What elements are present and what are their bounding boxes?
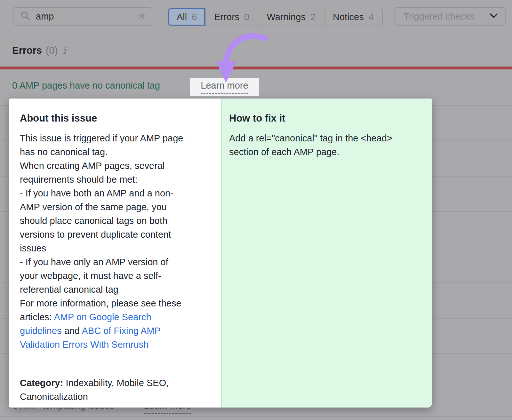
learn-more-label: Learn more [201,80,248,94]
errors-section-bar [0,67,512,69]
dropdown-label: Triggered checks [404,11,474,22]
tab-errors[interactable]: Errors 0 [206,8,258,26]
tab-all[interactable]: All 6 [168,8,206,26]
how-to-fix-panel: How to fix it Add a rel="canonical" tag … [221,99,432,408]
table-row-divider [0,416,512,417]
issue-filter-tabs: All 6 Errors 0 Warnings 2 Notices 4 [168,8,383,26]
section-count: (0) [46,45,58,56]
triggered-checks-dropdown[interactable]: Triggered checks [395,7,506,26]
about-panel: About this issue This issue is triggered… [9,99,221,408]
section-title: Errors [12,45,42,56]
chevron-down-icon [490,13,498,20]
tab-count: 0 [244,12,249,22]
about-heading: About this issue [20,113,214,124]
tab-notices[interactable]: Notices 4 [324,8,382,26]
site-audit-screen: amp ✕ All 6 Errors 0 Warnings 2 Notices … [0,0,512,420]
issue-category: Category: Indexability, Mobile SEO, Cano… [20,362,214,404]
search-icon [20,11,30,22]
errors-section-header: Errors (0) i [12,45,66,56]
tab-label: Warnings [267,12,305,22]
fix-heading: How to fix it [229,113,424,124]
tab-warnings[interactable]: Warnings 2 [258,8,324,26]
tab-count: 2 [310,12,316,22]
fix-body: Add a rel="canonical" tag in the <head> … [229,131,424,159]
issue-details-popup: About this issue This issue is triggered… [9,99,432,408]
tab-label: All [177,12,187,22]
about-text: This issue is triggered if your AMP page… [20,133,183,322]
tab-count: 6 [192,12,197,22]
clear-search-icon[interactable]: ✕ [138,11,145,21]
tab-label: Errors [214,12,239,22]
about-body: This issue is triggered if your AMP page… [20,131,214,352]
issue-row-title: 0 AMP pages have no canonical tag [12,80,160,91]
about-text: and [62,326,82,336]
info-icon[interactable]: i [63,45,66,56]
category-label: Category: [20,378,63,388]
tab-label: Notices [333,12,364,22]
tab-count: 4 [369,12,374,22]
learn-more-button[interactable]: Learn more [190,78,259,96]
search-value[interactable]: amp [36,11,138,22]
search-input[interactable]: amp ✕ [13,7,152,26]
